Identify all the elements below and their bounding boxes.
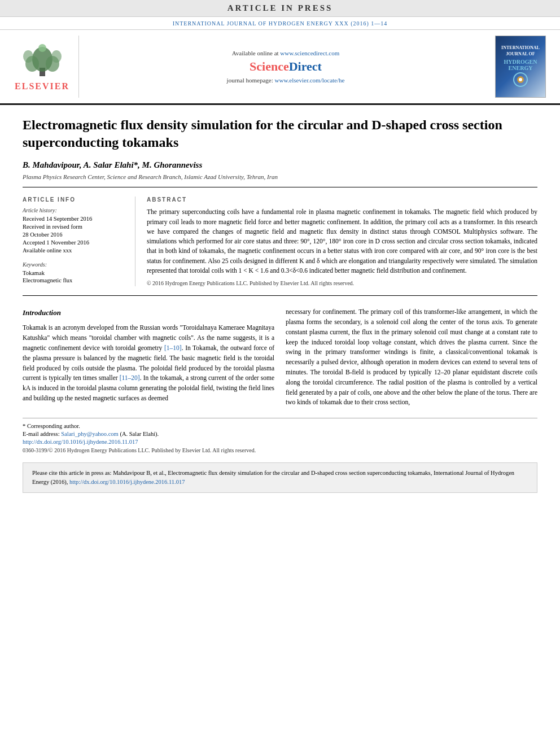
received-date: Received 14 September 2016 — [23, 216, 126, 222]
article-history-label: Article history: — [23, 207, 126, 213]
journal-cover-image: International Journal of HYDROGENENERGY — [495, 36, 546, 98]
header-center: Available online at www.sciencedirect.co… — [85, 36, 487, 98]
article-in-press-banner: ARTICLE IN PRESS — [0, 0, 560, 17]
journal-cover-title: International Journal of — [498, 45, 542, 57]
article-body: ARTICLE INFO Article history: Received 1… — [23, 196, 537, 296]
corresponding-author-note: * Corresponding author. — [23, 423, 537, 429]
authors: B. Mahdavipour, A. Salar Elahi*, M. Ghor… — [23, 160, 537, 170]
intro-col1-p1: Tokamak is an acronym developed from the… — [23, 323, 274, 404]
article-info-heading: ARTICLE INFO — [23, 196, 126, 203]
article-info: ARTICLE INFO Article history: Received 1… — [23, 196, 135, 286]
ref-link-1-10[interactable]: [1–10] — [164, 344, 182, 351]
sciencedirect-logo: ScienceDirect — [250, 59, 322, 74]
abstract-text: The primary superconducting coils have a… — [147, 207, 537, 276]
elsevier-tree-icon — [20, 42, 65, 79]
doi-link[interactable]: http://dx.doi.org/10.1016/j.ijhydene.201… — [23, 439, 138, 445]
email-note: E-mail address: Salari_phy@yahoo.com (A.… — [23, 431, 537, 437]
available-online: Available online xxx — [23, 247, 126, 254]
journal-homepage-link[interactable]: www.elsevier.com/locate/he — [275, 77, 345, 84]
received-revised-label: Received in revised form — [23, 224, 126, 230]
citation-doi-link[interactable]: http://dx.doi.org/10.1016/j.ijhydene.201… — [69, 479, 185, 485]
doi-link-note: http://dx.doi.org/10.1016/j.ijhydene.201… — [23, 439, 537, 445]
svg-point-9 — [519, 78, 522, 81]
journal-bar-text: INTERNATIONAL JOURNAL OF HYDROGEN ENERGY… — [173, 20, 388, 27]
intro-col2-p1: necessary for confinement. The primary c… — [286, 307, 537, 408]
banner-text: ARTICLE IN PRESS — [228, 3, 333, 12]
abstract-copyright: © 2016 Hydrogen Energy Publications LLC.… — [147, 280, 537, 286]
citation-text: Please cite this article in press as: Ma… — [32, 470, 514, 485]
cover-graphic — [506, 71, 535, 88]
journal-cover: International Journal of HYDROGENENERGY — [492, 36, 549, 98]
keywords-section: Keywords: Tokamak Electromagnetic flux — [23, 261, 126, 283]
full-copyright: 0360-3199/© 2016 Hydrogen Energy Publica… — [23, 447, 537, 453]
elsevier-logo: ELSEVIER — [11, 36, 79, 98]
svg-point-6 — [38, 44, 46, 52]
journal-header-bar: INTERNATIONAL JOURNAL OF HYDROGEN ENERGY… — [0, 17, 560, 30]
accepted-date: Accepted 1 November 2016 — [23, 239, 126, 246]
available-online-text: Available online at www.sciencedirect.co… — [232, 50, 340, 56]
keyword-2: Electromagnetic flux — [23, 277, 126, 283]
journal-homepage: journal homepage: www.elsevier.com/locat… — [227, 77, 345, 84]
affiliation: Plasma Physics Research Center, Science … — [23, 173, 537, 187]
received-revised-date: 28 October 2016 — [23, 231, 126, 238]
article-title: Electromagnetic flux density simulation … — [23, 116, 537, 151]
abstract-heading: ABSTRACT — [147, 196, 537, 203]
body-col-left: Introduction Tokamak is an acronym devel… — [23, 307, 274, 412]
ref-link-11-20[interactable]: [11–20] — [120, 374, 140, 381]
keyword-1: Tokamak — [23, 270, 126, 276]
keywords-label: Keywords: — [23, 261, 126, 268]
body-col-right: necessary for confinement. The primary c… — [286, 307, 537, 412]
introduction-heading: Introduction — [23, 307, 274, 318]
footnote-section: * Corresponding author. E-mail address: … — [23, 418, 537, 453]
citation-box: Please cite this article in press as: Ma… — [23, 462, 537, 493]
journal-cover-subtitle: HYDROGENENERGY — [504, 59, 537, 71]
author-email[interactable]: Salari_phy@yahoo.com — [61, 431, 119, 437]
abstract-section: ABSTRACT The primary superconducting coi… — [147, 196, 537, 286]
top-header: ELSEVIER Available online at www.science… — [0, 30, 560, 105]
elsevier-brand-text: ELSEVIER — [15, 81, 69, 91]
svg-point-5 — [51, 50, 62, 63]
svg-point-4 — [23, 50, 33, 63]
sciencedirect-url[interactable]: www.sciencedirect.com — [280, 50, 339, 56]
main-content: Electromagnetic flux density simulation … — [0, 105, 560, 504]
body-columns: Introduction Tokamak is an acronym devel… — [23, 307, 537, 412]
